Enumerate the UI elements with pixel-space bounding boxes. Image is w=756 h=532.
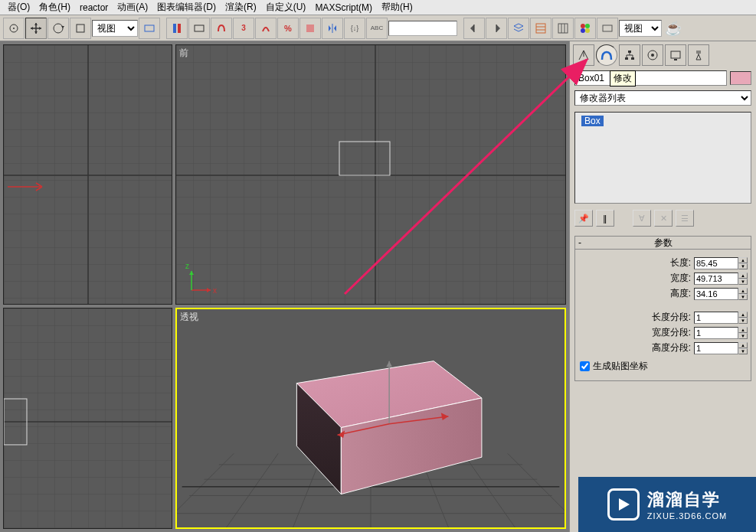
width-spinner[interactable]: ▲▼ (738, 273, 748, 285)
watermark-badge: 溜溜自学 ZIXUE.3D66.COM (578, 477, 756, 532)
select-manipulate-button[interactable] (166, 18, 188, 39)
svg-point-19 (581, 28, 585, 33)
modify-tab[interactable] (596, 44, 617, 66)
reference-coord-select[interactable]: 视图 (92, 20, 138, 37)
use-center-button[interactable] (139, 18, 160, 39)
named-selection-input[interactable] (388, 21, 457, 36)
snap-toggle-button[interactable] (211, 18, 232, 39)
svg-rect-54 (628, 51, 631, 53)
parameters-rollup-body: 长度: ▲▼ 宽度: ▲▼ 高度: ▲▼ 长度分段: ▲▼ 宽度分段: ▲▼ 高… (574, 250, 751, 381)
viewport-persp-label: 透视 (180, 311, 198, 324)
grid-persp (177, 309, 565, 527)
svg-rect-7 (195, 25, 204, 31)
hierarchy-tab[interactable] (619, 44, 640, 66)
svg-text:x: x (213, 286, 217, 295)
svg-point-18 (585, 24, 590, 28)
gen-mapping-coords-checkbox[interactable] (580, 361, 590, 371)
menu-role[interactable]: 角色(H) (34, 0, 75, 15)
play-icon (607, 488, 640, 521)
menu-help[interactable]: 帮助(H) (377, 0, 417, 15)
svg-rect-8 (306, 24, 314, 32)
mirror-button[interactable] (322, 18, 343, 39)
angle-snap-button[interactable]: 3 (233, 18, 254, 39)
length-segments-input[interactable] (694, 312, 738, 324)
viewport-top[interactable] (3, 44, 172, 305)
menu-customize[interactable]: 自定义(U) (261, 0, 311, 15)
menu-reactor[interactable]: reactor (75, 1, 113, 15)
menu-render[interactable]: 渲染(R) (221, 0, 261, 15)
lseg-spinner[interactable]: ▲▼ (738, 312, 748, 324)
layers-button[interactable] (508, 18, 529, 39)
scale-button[interactable] (70, 18, 91, 39)
svg-rect-21 (603, 25, 612, 31)
parameters-rollup-header[interactable]: - 参数 (574, 236, 751, 250)
display-tab[interactable] (665, 44, 686, 66)
render-scene-button[interactable] (597, 18, 618, 39)
gen-mapping-coords-label: 生成贴图坐标 (593, 360, 648, 373)
curve-editor-button[interactable] (530, 18, 551, 39)
box-geometry (296, 361, 482, 494)
show-end-result-button[interactable]: ‖ (596, 210, 614, 227)
height-input[interactable] (694, 288, 738, 300)
svg-rect-33 (4, 308, 172, 528)
menu-group[interactable]: 器(O) (3, 0, 34, 15)
quick-align-button[interactable]: ABC (366, 18, 388, 39)
grid-left (4, 308, 172, 528)
menu-maxscript[interactable]: MAXScript(M) (310, 1, 377, 15)
width-input[interactable] (694, 273, 738, 285)
keyboard-shortcut-button[interactable] (188, 18, 210, 39)
viewport-left[interactable] (3, 308, 172, 529)
create-tab[interactable] (573, 44, 594, 66)
height-seg-label: 高度分段: (652, 341, 691, 354)
config-button[interactable]: ☰ (676, 210, 694, 227)
grid-top (4, 45, 172, 304)
modifier-list-select[interactable]: 修改器列表 (574, 90, 751, 106)
stack-toolbar: 📌 ‖ ∀ ✕ ☰ (570, 207, 756, 230)
motion-tab[interactable] (642, 44, 663, 66)
rotate-button[interactable] (47, 18, 69, 39)
menu-grapheditor[interactable]: 图表编辑器(D) (152, 0, 221, 15)
align-button[interactable]: {↓} (344, 18, 365, 39)
wseg-spinner[interactable]: ▲▼ (738, 327, 748, 339)
watermark-title: 溜溜自学 (647, 488, 727, 511)
schematic-view-button[interactable] (552, 18, 574, 39)
pin-stack-button[interactable]: 📌 (574, 210, 593, 227)
quick-render-button[interactable]: ☕ (663, 21, 684, 36)
width-segments-input[interactable] (694, 327, 738, 339)
percent-snap-button[interactable] (255, 18, 277, 39)
remove-modifier-button[interactable]: ✕ (654, 210, 673, 227)
render-preset-select[interactable]: 视图 (619, 20, 662, 37)
grid-front: x z (176, 45, 565, 304)
menu-animation[interactable]: 动画(A) (113, 0, 152, 15)
svg-rect-5 (173, 24, 176, 33)
named-selection-button[interactable] (299, 18, 321, 39)
svg-rect-11 (536, 24, 545, 33)
main-toolbar: 视图 3 % {↓} ABC 视图 ☕ (0, 15, 756, 41)
viewport-front[interactable]: 前 x z (175, 44, 566, 305)
length-label: 长度: (670, 256, 691, 269)
menu-bar: 器(O) 角色(H) reactor 动画(A) 图表编辑器(D) 渲染(R) … (0, 0, 756, 15)
select-object-button[interactable] (3, 18, 25, 39)
stack-item-box[interactable]: Box (581, 116, 604, 126)
svg-rect-56 (631, 57, 634, 60)
length-input[interactable] (694, 257, 738, 269)
svg-rect-6 (178, 24, 181, 33)
spinner-snap-button[interactable]: % (277, 18, 299, 39)
move-button[interactable] (25, 18, 47, 39)
command-panel-tabs (570, 41, 756, 69)
make-unique-button[interactable]: ∀ (633, 210, 651, 227)
object-name-input[interactable]: Box01 (574, 70, 727, 86)
object-color-swatch[interactable] (730, 71, 751, 85)
length-spinner[interactable]: ▲▼ (738, 257, 748, 269)
utilities-tab[interactable] (688, 44, 709, 66)
hseg-spinner[interactable]: ▲▼ (738, 342, 748, 354)
svg-point-20 (585, 28, 590, 33)
viewport-perspective[interactable]: 透视 (175, 308, 566, 529)
modifier-stack[interactable]: Box (574, 112, 751, 204)
toggle-x-button[interactable] (463, 18, 485, 39)
watermark-sub: ZIXUE.3D66.COM (647, 511, 727, 521)
height-segments-input[interactable] (694, 342, 738, 354)
height-spinner[interactable]: ▲▼ (738, 288, 748, 300)
toggle-y-button[interactable] (486, 18, 507, 39)
material-editor-button[interactable] (574, 18, 596, 39)
